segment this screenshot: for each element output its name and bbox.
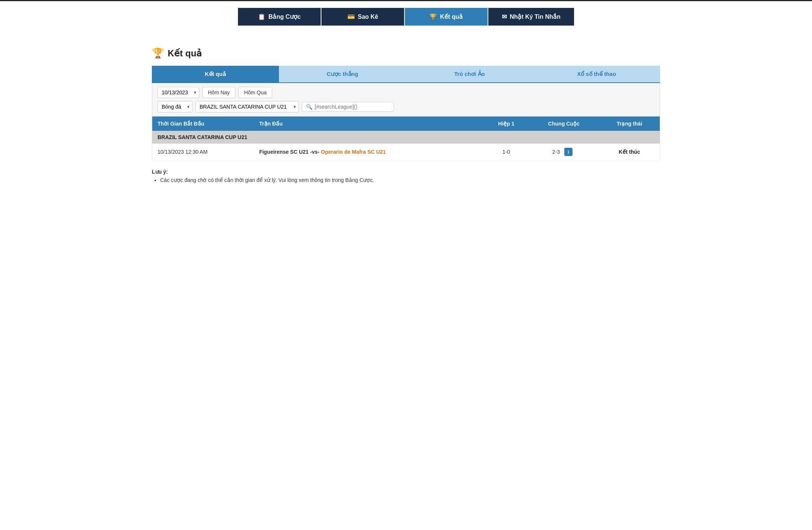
cell-final: 2-3 i (529, 144, 599, 161)
nav-nhat-ky[interactable]: ✉ Nhật Ký Tin Nhắn (488, 8, 574, 26)
nhat-ky-icon: ✉ (502, 13, 507, 20)
top-navigation: 📋 Bảng Cược 💳 Sao Kê 🏆 Kết quả ✉ Nhật Ký… (0, 0, 812, 32)
league-select-wrap: BRAZIL SANTA CATARINA CUP U21 (195, 101, 299, 112)
cell-status: Kết thúc (599, 144, 660, 161)
cell-half: 1-0 (484, 144, 529, 161)
match-away-team: Operario de Mafra SC U21 (321, 149, 386, 155)
col-final: Chung Cuộc (529, 117, 599, 131)
search-input[interactable] (315, 104, 390, 110)
date-filter-row: 10/13/2023 Hôm Nay Hôm Qua (158, 87, 654, 98)
date-select-wrap: 10/13/2023 (158, 87, 199, 98)
col-status: Trạng thái (599, 117, 660, 131)
tab-ket-qua[interactable]: Kết quả (152, 66, 279, 82)
league-group-row: BRAZIL SANTA CATARINA CUP U21 (152, 131, 660, 144)
page-title-row: 🏆 Kết quả (152, 47, 660, 59)
sao-ke-label: Sao Kê (358, 14, 378, 20)
col-half: Hiệp 1 (484, 117, 529, 131)
sao-ke-icon: 💳 (347, 13, 355, 20)
ket-qua-nav-label: Kết quả (440, 13, 463, 20)
notes-item: Các cược đang chờ có thể cần thời gian đ… (160, 177, 660, 183)
tab-cuoc-thang[interactable]: Cược thắng (279, 66, 406, 82)
results-table: Thời Gian Bắt Đầu Trận Đấu Hiệp 1 Chung … (152, 117, 660, 161)
tab-tro-choi-ao[interactable]: Trò chơi Ảo (406, 66, 533, 82)
table-body: BRAZIL SANTA CATARINA CUP U21 10/13/2023… (152, 131, 660, 161)
notes-list: Các cược đang chờ có thể cần thời gian đ… (152, 177, 660, 183)
info-badge[interactable]: i (564, 148, 573, 156)
date-select[interactable]: 10/13/2023 (158, 87, 199, 98)
search-wrap: 🔍 (302, 102, 394, 112)
col-time: Thời Gian Bắt Đầu (152, 117, 254, 131)
nhat-ky-label: Nhật Ký Tin Nhắn (510, 13, 561, 20)
page-title: Kết quả (168, 48, 202, 59)
league-select[interactable]: BRAZIL SANTA CATARINA CUP U21 (195, 101, 299, 112)
cell-match: Figueirense SC U21 -vs- Operario de Mafr… (254, 144, 484, 161)
col-match: Trận Đấu (254, 117, 484, 131)
page-title-icon: 🏆 (152, 47, 164, 59)
league-group-label: BRAZIL SANTA CATARINA CUP U21 (152, 131, 660, 144)
table-row: 10/13/2023 12:30 AM Figueirense SC U21 -… (152, 144, 660, 161)
match-home-team: Figueirense SC U21 -vs- (259, 149, 319, 155)
today-button[interactable]: Hôm Nay (202, 87, 235, 98)
notes-title: Lưu ý: (152, 169, 660, 175)
yesterday-button[interactable]: Hôm Qua (238, 87, 272, 98)
status-text: Kết thúc (619, 149, 640, 155)
bang-cuoc-label: Bảng Cược (268, 13, 301, 20)
sport-select[interactable]: Bóng đá (158, 101, 192, 112)
sport-select-wrap: Bóng đá (158, 101, 192, 112)
nav-ket-qua[interactable]: 🏆 Kết quả (405, 8, 488, 26)
filters-area: 10/13/2023 Hôm Nay Hôm Qua Bóng đá BRAZI… (152, 83, 660, 117)
search-icon: 🔍 (306, 104, 312, 110)
page-content: 🏆 Kết quả Kết quả Cược thắng Trò chơi Ảo… (143, 47, 669, 183)
notes-area: Lưu ý: Các cược đang chờ có thể cần thời… (152, 169, 660, 183)
table-header: Thời Gian Bắt Đầu Trận Đấu Hiệp 1 Chung … (152, 117, 660, 131)
league-filter-row: Bóng đá BRAZIL SANTA CATARINA CUP U21 🔍 (158, 101, 654, 112)
bang-cuoc-icon: 📋 (258, 13, 265, 20)
nav-sao-ke[interactable]: 💳 Sao Kê (321, 8, 404, 26)
cell-time: 10/13/2023 12:30 AM (152, 144, 254, 161)
tabs-row: Kết quả Cược thắng Trò chơi Ảo Xổ số thể… (152, 66, 660, 83)
ket-qua-nav-icon: 🏆 (429, 13, 437, 20)
tab-xo-so-the-thao[interactable]: Xổ số thể thao (533, 66, 660, 82)
nav-bang-cuoc[interactable]: 📋 Bảng Cược (238, 8, 321, 26)
